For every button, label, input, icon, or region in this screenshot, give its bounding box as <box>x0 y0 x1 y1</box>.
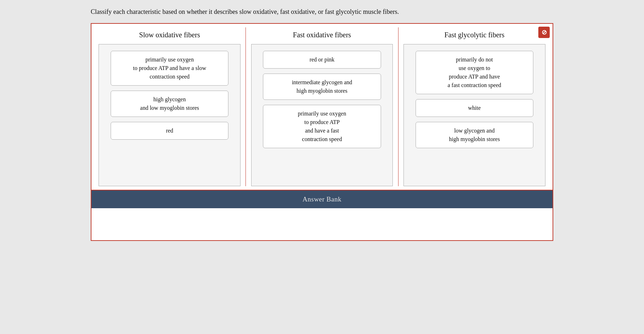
card-fast-ox-oxygen[interactable]: primarily use oxygento produce ATPand ha… <box>263 105 381 148</box>
slow-oxidative-column: Slow oxidative fibers primarily use oxyg… <box>95 27 244 186</box>
card-fast-ox-glycogen[interactable]: intermediate glycogen andhigh myoglobin … <box>263 74 381 100</box>
fast-glycolytic-column: Fast glycolytic fibers primarily do notu… <box>400 27 549 186</box>
reset-button[interactable]: ⊘ <box>538 27 550 38</box>
instruction-text: Classify each characteristic based on wh… <box>91 7 553 17</box>
main-container: ⊘ Slow oxidative fibers primarily use ox… <box>91 23 553 241</box>
divider-1 <box>246 27 246 186</box>
fast-oxidative-drop-zone[interactable]: red or pink intermediate glycogen andhig… <box>251 44 393 186</box>
card-fast-gly-no-oxygen[interactable]: primarily do notuse oxygen toproduce ATP… <box>416 51 534 94</box>
answer-bank-body[interactable] <box>91 208 553 240</box>
card-fast-ox-red-pink[interactable]: red or pink <box>263 51 381 69</box>
card-slow-red[interactable]: red <box>111 122 229 140</box>
fast-oxidative-header: Fast oxidative fibers <box>293 27 351 44</box>
card-slow-glycogen[interactable]: high glycogenand low myoglobin stores <box>111 91 229 117</box>
slow-oxidative-drop-zone[interactable]: primarily use oxygento produce ATP and h… <box>99 44 240 186</box>
divider-2 <box>398 27 398 186</box>
slow-oxidative-header: Slow oxidative fibers <box>139 27 200 44</box>
fast-glycolytic-header: Fast glycolytic fibers <box>444 27 505 44</box>
fast-glycolytic-drop-zone[interactable]: primarily do notuse oxygen toproduce ATP… <box>403 44 545 186</box>
answer-bank-header: Answer Bank <box>91 190 553 208</box>
card-slow-oxygen[interactable]: primarily use oxygento produce ATP and h… <box>111 51 229 86</box>
columns-area: Slow oxidative fibers primarily use oxyg… <box>91 24 553 190</box>
card-fast-gly-glycogen[interactable]: low glycogen andhigh myoglobin stores <box>416 122 534 148</box>
card-fast-gly-white[interactable]: white <box>416 99 534 117</box>
fast-oxidative-column: Fast oxidative fibers red or pink interm… <box>247 27 396 186</box>
